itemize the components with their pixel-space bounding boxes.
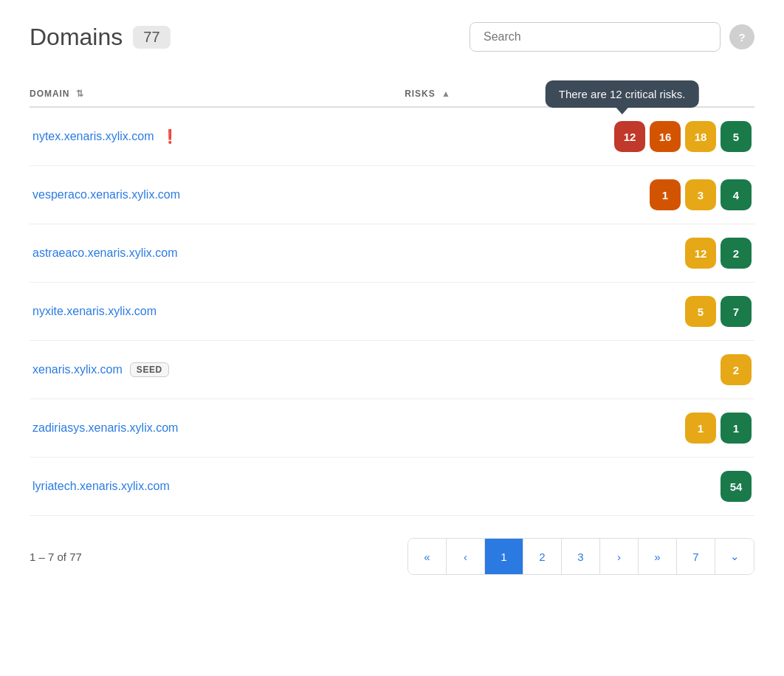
table-row: zadiriasys.xenaris.xylix.com11 bbox=[30, 399, 754, 458]
risk-badge-medium[interactable]: 3 bbox=[685, 179, 716, 210]
domain-link[interactable]: lyriatech.xenaris.xylix.com bbox=[32, 480, 170, 493]
column-header-domain[interactable]: DOMAIN ⇅ bbox=[30, 81, 405, 107]
page-btn-1[interactable]: 1 bbox=[485, 539, 523, 574]
domain-cell-1: vesperaco.xenaris.xylix.com bbox=[30, 166, 405, 224]
risk-badge-low[interactable]: 2 bbox=[721, 238, 752, 269]
risks-cell-0: 12There are 12 critical risks.16185 bbox=[405, 107, 754, 166]
risk-badge-high[interactable]: 16 bbox=[650, 121, 681, 152]
page-btn-«[interactable]: « bbox=[408, 539, 447, 574]
table-row: vesperaco.xenaris.xylix.com134 bbox=[30, 166, 754, 224]
table-row: nyxite.xenaris.xylix.com57 bbox=[30, 283, 754, 341]
column-header-risks[interactable]: RISKS ▲ bbox=[405, 81, 754, 107]
page-btn-»[interactable]: » bbox=[639, 539, 677, 574]
seed-badge: SEED bbox=[130, 362, 169, 377]
risk-badge-low[interactable]: 5 bbox=[721, 121, 752, 152]
risks-sort-icon: ▲ bbox=[441, 89, 451, 99]
search-input[interactable] bbox=[470, 22, 721, 52]
risk-badge-medium[interactable]: 2 bbox=[721, 354, 752, 385]
domain-cell-6: lyriatech.xenaris.xylix.com bbox=[30, 458, 405, 516]
domains-table: DOMAIN ⇅ RISKS ▲ nytex.xenaris.xylix.com… bbox=[30, 81, 754, 516]
help-button[interactable]: ? bbox=[729, 24, 754, 49]
domain-cell-4: xenaris.xylix.comSEED bbox=[30, 341, 405, 399]
domain-cell-3: nyxite.xenaris.xylix.com bbox=[30, 283, 405, 341]
pagination: «‹123›»7⌄ bbox=[408, 538, 754, 575]
alert-icon: ❗ bbox=[162, 128, 178, 145]
risk-badge-low[interactable]: 4 bbox=[721, 179, 752, 210]
domain-link[interactable]: vesperaco.xenaris.xylix.com bbox=[32, 188, 180, 201]
sort-icon: ⇅ bbox=[76, 89, 84, 99]
domain-count-badge: 77 bbox=[133, 26, 170, 49]
table-header-row: DOMAIN ⇅ RISKS ▲ bbox=[30, 81, 754, 107]
risk-badge-critical[interactable]: 12 bbox=[614, 121, 645, 152]
domain-cell-5: zadiriasys.xenaris.xylix.com bbox=[30, 399, 405, 458]
domain-link[interactable]: nytex.xenaris.xylix.com bbox=[32, 130, 154, 143]
risks-cell-4: 2 bbox=[405, 341, 754, 399]
results-info: 1 – 7 of 77 bbox=[30, 551, 82, 563]
domain-link[interactable]: zadiriasys.xenaris.xylix.com bbox=[32, 421, 178, 435]
risks-cell-1: 134 bbox=[405, 166, 754, 224]
domain-cell-0: nytex.xenaris.xylix.com❗ bbox=[30, 107, 405, 166]
header-right: ? bbox=[470, 22, 754, 52]
risk-badge-high[interactable]: 1 bbox=[650, 179, 681, 210]
table-row: xenaris.xylix.comSEED2 bbox=[30, 341, 754, 399]
page-btn-›[interactable]: › bbox=[600, 539, 639, 574]
table-row: astraeaco.xenaris.xylix.com122 bbox=[30, 224, 754, 283]
page-btn-2[interactable]: 2 bbox=[523, 539, 562, 574]
header-left: Domains 77 bbox=[30, 24, 171, 51]
page-title: Domains bbox=[30, 24, 123, 51]
page-btn-7[interactable]: 7 bbox=[677, 539, 715, 574]
table-footer: 1 – 7 of 77 «‹123›»7⌄ bbox=[30, 538, 754, 575]
domain-link[interactable]: nyxite.xenaris.xylix.com bbox=[32, 305, 157, 318]
page-btn-⌄[interactable]: ⌄ bbox=[715, 539, 754, 574]
domain-cell-2: astraeaco.xenaris.xylix.com bbox=[30, 224, 405, 283]
table-row: nytex.xenaris.xylix.com❗12There are 12 c… bbox=[30, 107, 754, 166]
page-header: Domains 77 ? bbox=[30, 22, 754, 52]
risks-cell-3: 57 bbox=[405, 283, 754, 341]
domain-link[interactable]: astraeaco.xenaris.xylix.com bbox=[32, 246, 178, 260]
risk-badge-medium[interactable]: 1 bbox=[685, 413, 716, 444]
risk-badge-medium[interactable]: 18 bbox=[685, 121, 716, 152]
risk-badge-low[interactable]: 54 bbox=[721, 471, 752, 502]
domain-link[interactable]: xenaris.xylix.com bbox=[32, 363, 123, 376]
table-row: lyriatech.xenaris.xylix.com54 bbox=[30, 458, 754, 516]
risk-badge-low[interactable]: 7 bbox=[721, 296, 752, 327]
risks-cell-2: 122 bbox=[405, 224, 754, 283]
risk-badge-low[interactable]: 1 bbox=[721, 413, 752, 444]
page-btn-3[interactable]: 3 bbox=[562, 539, 600, 574]
risk-badge-medium[interactable]: 5 bbox=[685, 296, 716, 327]
risk-badge-medium[interactable]: 12 bbox=[685, 238, 716, 269]
page-btn-‹[interactable]: ‹ bbox=[447, 539, 485, 574]
risks-cell-5: 11 bbox=[405, 399, 754, 458]
risks-cell-6: 54 bbox=[405, 458, 754, 516]
